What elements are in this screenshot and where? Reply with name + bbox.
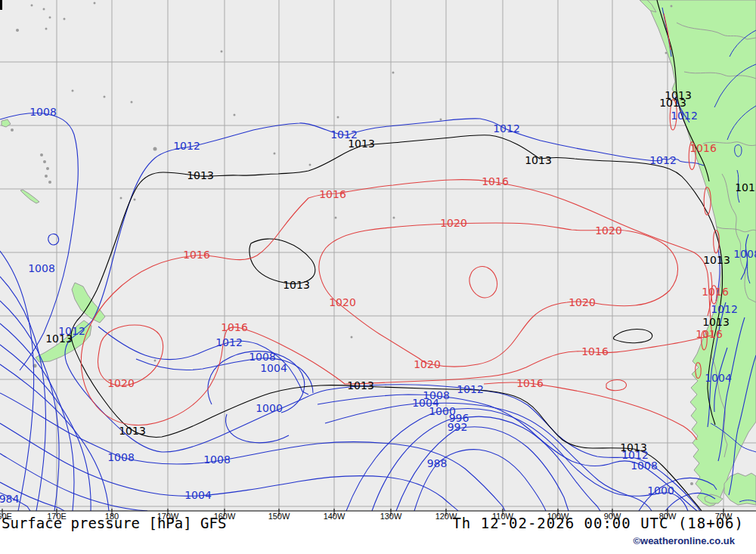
island-dot (134, 199, 136, 201)
contour-label-1012: 1012 (649, 155, 677, 166)
contour-label-1008: 1008 (249, 351, 276, 362)
contour-label-1016: 1016 (581, 346, 609, 357)
island-dot (440, 119, 442, 121)
lon-label-150W: 150W (268, 512, 290, 521)
contour-label-1008: 1008 (733, 249, 756, 259)
contour-label-1016: 1016 (221, 322, 248, 333)
island-dot (43, 160, 46, 163)
island-dot (221, 51, 223, 53)
island-dot (11, 128, 14, 132)
island-dot (94, 2, 96, 5)
contour-label-1013: 1013 (187, 170, 214, 181)
contour-label-1012: 1012 (493, 123, 520, 134)
contour-label-1013: 1013 (119, 426, 146, 436)
contour-label-1008: 1008 (203, 454, 231, 465)
island-dot (665, 52, 668, 54)
contour-label-1016: 1016 (696, 329, 723, 339)
island-dot (31, 5, 33, 7)
island-dot (45, 28, 48, 30)
contour-label-1013: 1013 (347, 380, 374, 391)
map-corner-mark (0, 0, 2, 10)
contour-label-992: 992 (448, 422, 468, 432)
island-dot (104, 96, 106, 98)
contour-label-1016: 1016 (689, 143, 717, 153)
contour-label-1013: 1013 (620, 442, 647, 453)
contour-label-1013: 1013 (348, 138, 375, 149)
contour-label-1013: 1013 (45, 333, 73, 344)
contour-label-1004: 1004 (184, 490, 212, 500)
island-dot (49, 17, 51, 19)
contour-label-1020: 1020 (414, 359, 441, 370)
contour-label-1016: 1016 (183, 249, 210, 260)
island-dot (40, 153, 43, 156)
island-dot (309, 164, 311, 166)
island-dot (64, 18, 66, 20)
island-dot (46, 167, 49, 170)
contour-label-1008: 1008 (28, 263, 55, 274)
contour-label-1012: 1012 (457, 384, 484, 395)
contour-label-1020: 1020 (107, 378, 135, 388)
contour-label-1012: 1012 (711, 304, 738, 314)
map-datetime: Th 12-02-2026 00:00 UTC (18+06) (452, 515, 744, 531)
island-dot (120, 197, 122, 200)
weather-map-page: 1008101210121012101210121008101210041008… (0, 0, 756, 554)
map-title: Surface pressure [hPa] GFS (2, 515, 226, 531)
contour-label-988: 988 (427, 458, 448, 469)
contour-label-1013: 1013 (735, 182, 756, 193)
lon-label-130W: 130W (380, 512, 402, 521)
island-dot (392, 72, 395, 74)
contour-label-1008: 1008 (29, 107, 57, 117)
contour-label-1016: 1016 (702, 286, 729, 297)
island-dot (153, 147, 157, 151)
island-dot (154, 360, 156, 362)
contour-label-1008: 1008 (107, 452, 135, 463)
contour-label-984: 984 (0, 494, 19, 504)
island-dot (48, 181, 51, 184)
contour-label-1013: 1013 (703, 255, 730, 265)
island-dot (690, 482, 693, 485)
contour-label-1013: 1013 (525, 155, 552, 166)
island-dot (393, 217, 395, 219)
island-dot (671, 5, 673, 8)
island-dot (335, 217, 337, 219)
island-dot (337, 116, 339, 119)
contour-label-1004: 1004 (260, 363, 287, 373)
island-dot (45, 175, 48, 178)
contour-label-1013: 1013 (665, 90, 692, 101)
island-dot (131, 101, 133, 104)
island-dot (351, 336, 353, 339)
contour-label-1012: 1012 (671, 110, 698, 121)
island-dot (274, 153, 276, 155)
island-dot (234, 114, 236, 116)
island-dot (72, 90, 74, 92)
contour-label-1004: 1004 (705, 373, 732, 383)
contour-label-1000: 1000 (256, 403, 283, 413)
copyright-link[interactable]: ©weatheronline.co.uk (633, 535, 735, 546)
contour-label-1000: 1000 (647, 485, 674, 496)
lon-label-140W: 140W (324, 512, 345, 521)
contour-label-1020: 1020 (329, 297, 356, 308)
island-dot (16, 29, 19, 32)
contour-label-1016: 1016 (319, 189, 346, 200)
contour-label-1013: 1013 (702, 317, 730, 327)
island-dot (43, 8, 45, 11)
contour-label-1016: 1016 (482, 176, 509, 187)
contour-label-1008: 1008 (631, 460, 658, 471)
contour-label-1012: 1012 (173, 141, 200, 151)
contour-label-1016: 1016 (516, 378, 544, 388)
contour-label-1020: 1020 (440, 218, 467, 228)
contour-label-1013: 1013 (283, 280, 310, 290)
contour-label-1020: 1020 (595, 225, 622, 236)
contour-label-1020: 1020 (569, 297, 596, 308)
contour-label-1012: 1012 (215, 337, 243, 348)
